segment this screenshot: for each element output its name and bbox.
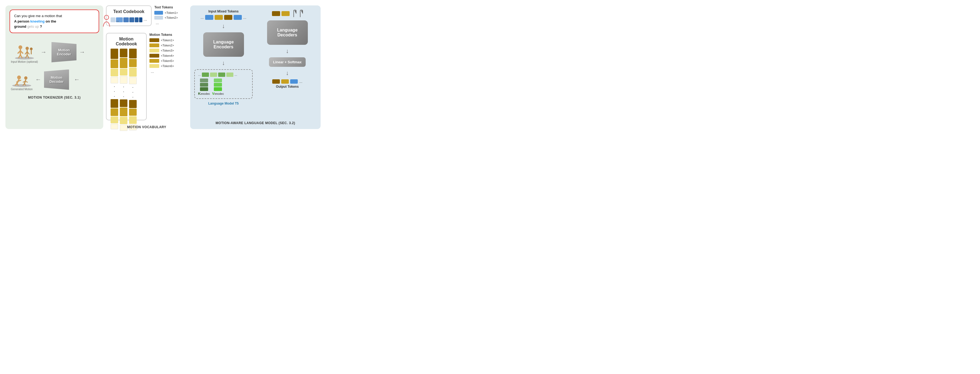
query-line2: A person kneeling on the — [14, 19, 95, 24]
motion-codebook-area: Motion Codebook ··· — [106, 33, 188, 120]
motion-token-row-5: <Token5> — [150, 59, 174, 63]
v-block-1 — [214, 78, 222, 82]
generated-motion-figure: Generated Motion — [11, 69, 33, 91]
col2-seg3 — [120, 69, 127, 75]
text-tokens-label: Text Tokens — [154, 5, 178, 9]
col2-seg1 — [120, 49, 127, 57]
inner-token-g3 — [218, 73, 225, 77]
svg-point-8 — [25, 47, 29, 50]
motion-figures-svg — [14, 41, 35, 60]
motion-codebook-columns: ··· ··· — [111, 49, 142, 116]
output-dots: ... — [299, 79, 302, 84]
motion-token-label-4: <Token4> — [161, 54, 174, 57]
motion-token-label-6: <Token6> — [161, 64, 174, 68]
motion-codebook-title: Motion Codebook — [111, 37, 142, 46]
input-dots-right: ... — [243, 15, 247, 19]
query-line1: Can you give me a motion that — [14, 13, 95, 19]
motion-tokens-area: Motion Tokens <Token1> <Token2> <Token3>… — [150, 33, 174, 120]
motion-encoder-label: Motion Encoder — [55, 48, 71, 56]
output-token-yellow — [281, 79, 289, 84]
language-decoders-block: Language Decoders — [267, 21, 308, 45]
output-top-tokens — [272, 10, 303, 18]
text-tokens-area: Text Tokens <Token1> <Token2> ... — [154, 5, 178, 25]
motion-token-row-6: <Token6> — [150, 64, 174, 68]
motion-token-color-3 — [150, 49, 159, 53]
col1-dots: ··· — [111, 84, 118, 99]
bar-seg-5 — [135, 18, 138, 22]
col2-seg5 — [120, 99, 127, 107]
output-tokens-row: ... — [272, 79, 302, 84]
text-token-color-2 — [154, 16, 163, 19]
col2-seg4 — [120, 76, 127, 84]
output-token-blue — [290, 79, 298, 84]
bar-seg-6 — [139, 18, 142, 22]
output-tokens-area: ... Output Tokens — [272, 79, 302, 89]
generated-motion-label: Generated Motion — [11, 88, 33, 91]
motion-codebook-box: Motion Codebook ··· — [106, 33, 147, 120]
inner-tokens-row1: ... ... — [198, 73, 249, 77]
text-token-row-1: <Token1> — [154, 11, 178, 15]
arrow-down-2: ↓ — [222, 59, 225, 67]
bar-dots: ... — [143, 16, 147, 22]
query-bold: A person — [14, 19, 30, 23]
svg-line-19 — [16, 81, 19, 82]
col1-seg6 — [111, 108, 118, 116]
query-gets-up: gets up — [27, 24, 39, 29]
motion-decoder-label: Motion Decoder — [49, 75, 66, 84]
decoder-arrow-left: ← — [35, 76, 41, 83]
out-token-yellow — [282, 11, 290, 16]
output-tokens-label: Output Tokens — [272, 85, 302, 89]
col2-seg2 — [120, 58, 127, 68]
motion-token-row-1: <Token1> — [150, 38, 174, 42]
input-token-yellow — [215, 15, 223, 20]
language-decoders-label: Language Decoders — [277, 28, 298, 38]
arrow-down-4: ↓ — [286, 70, 289, 76]
input-token-blue — [205, 15, 213, 20]
language-encoders-label: Language Encoders — [213, 40, 234, 49]
input-mixed-label: Input Mixed Tokens — [200, 10, 246, 13]
col3-seg1 — [129, 49, 137, 58]
col1-seg4 — [111, 77, 118, 83]
inner-token-g2 — [210, 73, 217, 77]
vocabulary-footer: MOTION VOCABULARY — [106, 125, 188, 129]
loop-arrow-2 — [298, 10, 303, 18]
input-motion-label: Input Motion (optional) — [11, 60, 38, 63]
language-model-section: Input Mixed Tokens ... ... ↓ Language En… — [190, 5, 321, 129]
motion-decoder-block: Motion Decoder — [44, 70, 71, 90]
col2-seg7 — [120, 117, 127, 124]
codebook-to-decoder-arrow: ← — [74, 76, 80, 83]
query-line3: ground gets up ? — [14, 24, 95, 29]
col2-seg6 — [120, 108, 127, 116]
loop-arrow-1 — [291, 10, 296, 18]
motion-token-row-3: <Token3> — [150, 49, 174, 53]
col3-seg3 — [129, 68, 137, 76]
text-token-label-1: <Token1> — [165, 11, 178, 14]
svg-point-0 — [104, 15, 109, 19]
language-encoders-block: Language Encoders — [203, 32, 244, 57]
encoder-row: Input Motion (optional) → Motion Encoder… — [11, 41, 98, 63]
text-token-label-2: <Token2> — [165, 16, 178, 19]
motion-token-label-2: <Token2> — [161, 44, 174, 47]
k-block-2 — [200, 83, 208, 87]
generated-figures-svg — [11, 69, 33, 88]
motion-token-color-4 — [150, 54, 159, 57]
text-token-dots: ... — [156, 21, 178, 25]
motion-token-color-6 — [150, 64, 159, 68]
loop-arrows-area — [291, 10, 303, 18]
text-token-row-2: <Token2> — [154, 16, 178, 19]
col1-seg2 — [111, 59, 118, 68]
query-on-the: on the — [45, 19, 56, 23]
col3-dots: ··· — [129, 85, 137, 99]
motion-col-3: ··· — [129, 49, 137, 131]
motion-token-row-4: <Token4> — [150, 54, 174, 57]
col3-seg4 — [129, 77, 137, 84]
encoder-to-codebook-arrow: → — [80, 49, 85, 56]
person-icon — [102, 15, 111, 27]
text-codebook-box: Text Codebook ... — [106, 5, 152, 26]
motion-col-1: ··· — [111, 49, 118, 129]
query-kneeling: kneeling — [30, 19, 45, 23]
svg-point-2 — [19, 45, 22, 49]
motion-token-color-5 — [150, 59, 159, 63]
kencdec-stack: Kencdec — [198, 78, 210, 95]
v-block-2 — [214, 83, 222, 87]
